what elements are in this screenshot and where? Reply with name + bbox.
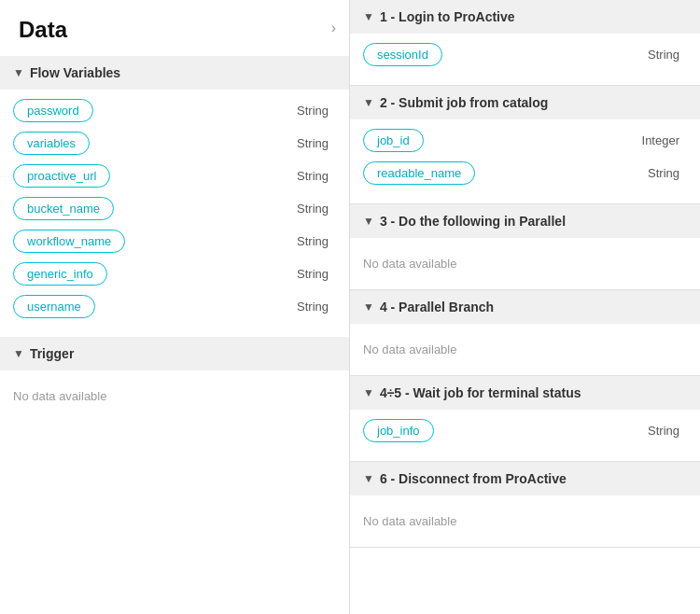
variable-row: password String [13,99,336,122]
variable-type-proactive-url: String [297,169,329,183]
main-container: Data › ▼ Flow Variables password String … [0,0,700,614]
right-section-4-header[interactable]: ▼ 4 - Parallel Branch [350,290,700,324]
section-4-no-data: No data available [363,333,687,366]
variable-row: username String [13,295,336,318]
trigger-chevron: ▼ [13,347,24,360]
variable-tag-password[interactable]: password [13,99,93,122]
section-4-chevron: ▼ [363,300,374,314]
variable-tag-job-info[interactable]: job_info [363,419,434,442]
section-6-chevron: ▼ [363,472,374,485]
right-section-4-5: ▼ 4÷5 - Wait job for terminal status job… [350,376,700,462]
trigger-no-data: No data available [13,380,336,412]
section-1-content: sessionId String [350,34,700,85]
right-section-6: ▼ 6 - Disconnect from ProActive No data … [350,462,700,548]
section-2-content: job_id Integer readable_name String [350,119,700,203]
section-4-5-label: 4÷5 - Wait job for terminal status [380,385,581,400]
section-4-5-chevron: ▼ [363,386,374,399]
left-panel: Data › ▼ Flow Variables password String … [0,0,350,614]
section-3-label: 3 - Do the following in Parallel [380,214,566,229]
trigger-header[interactable]: ▼ Trigger [0,337,349,370]
variable-tag-proactive-url[interactable]: proactive_url [13,164,110,188]
section-3-no-data: No data available [363,247,687,280]
variable-tag-generic-info[interactable]: generic_info [13,262,107,286]
navigate-right-button[interactable]: › [318,3,349,53]
section-6-no-data: No data available [363,505,687,537]
variable-row: sessionId String [363,43,687,66]
section-2-chevron: ▼ [363,96,374,109]
trigger-label: Trigger [30,346,74,361]
variable-tag-username[interactable]: username [13,295,95,318]
variable-row: bucket_name String [13,197,336,220]
section-1-chevron: ▼ [363,10,374,23]
variable-row: job_id Integer [363,129,687,152]
variable-row: variables String [13,132,336,155]
variable-type-variables: String [297,136,329,150]
section-1-label: 1 - Login to ProActive [380,9,515,24]
flow-variables-content: password String variables String proacti… [0,90,349,337]
variable-tag-sessionId[interactable]: sessionId [363,43,442,66]
section-6-content: No data available [350,495,700,547]
right-section-4: ▼ 4 - Parallel Branch No data available [350,290,700,376]
variable-type-readable-name: String [648,166,679,180]
right-section-3: ▼ 3 - Do the following in Parallel No da… [350,204,700,290]
right-section-3-header[interactable]: ▼ 3 - Do the following in Parallel [350,204,700,238]
variable-row: workflow_name String [13,230,336,253]
variable-tag-job-id[interactable]: job_id [363,129,424,152]
variable-row: job_info String [363,419,687,442]
variable-tag-bucket-name[interactable]: bucket_name [13,197,114,220]
trigger-section: ▼ Trigger No data available [0,337,349,422]
variable-type-bucket-name: String [297,202,329,216]
right-section-1: ▼ 1 - Login to ProActive sessionId Strin… [350,0,700,86]
page-title: Data [0,0,86,56]
flow-variables-section: ▼ Flow Variables password String variabl… [0,56,349,337]
flow-variables-header[interactable]: ▼ Flow Variables [0,56,349,90]
variable-type-generic-info: String [297,267,329,281]
variable-row: readable_name String [363,161,687,185]
section-2-label: 2 - Submit job from catalog [380,95,548,110]
section-6-label: 6 - Disconnect from ProActive [380,471,567,486]
variable-type-username: String [297,300,329,314]
variable-type-password: String [297,104,329,118]
variable-row: proactive_url String [13,164,336,188]
right-section-1-header[interactable]: ▼ 1 - Login to ProActive [350,0,700,34]
variable-row: generic_info String [13,262,336,286]
variable-type-job-info: String [648,424,679,438]
right-panel: ▼ 1 - Login to ProActive sessionId Strin… [350,0,700,614]
variable-type-sessionId: String [648,48,679,62]
variable-type-job-id: Integer [642,133,679,147]
section-4-label: 4 - Parallel Branch [380,300,494,314]
variable-type-workflow-name: String [297,234,329,248]
flow-variables-label: Flow Variables [30,65,120,80]
flow-variables-chevron: ▼ [13,66,24,79]
trigger-content: No data available [0,370,349,422]
right-section-4-5-header[interactable]: ▼ 4÷5 - Wait job for terminal status [350,376,700,410]
variable-tag-variables[interactable]: variables [13,132,90,155]
variable-tag-workflow-name[interactable]: workflow_name [13,230,125,253]
section-3-chevron: ▼ [363,215,374,228]
right-section-2-header[interactable]: ▼ 2 - Submit job from catalog [350,86,700,119]
right-section-6-header[interactable]: ▼ 6 - Disconnect from ProActive [350,462,700,495]
section-3-content: No data available [350,238,700,289]
right-section-2: ▼ 2 - Submit job from catalog job_id Int… [350,86,700,204]
variable-tag-readable-name[interactable]: readable_name [363,161,475,185]
section-4-content: No data available [350,324,700,375]
section-4-5-content: job_info String [350,410,700,461]
